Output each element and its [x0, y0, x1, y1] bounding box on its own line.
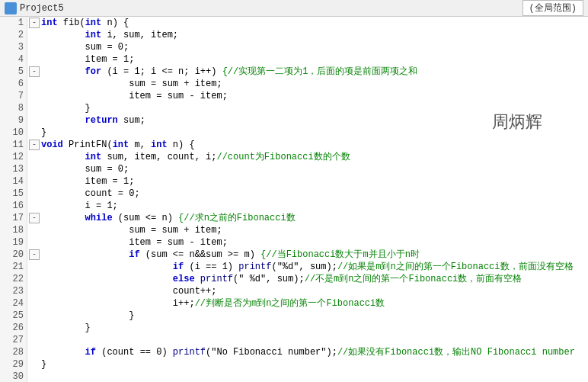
code-line: sum = 0;	[29, 41, 588, 53]
indent-space	[41, 200, 85, 212]
code-token-kw: int	[41, 17, 58, 29]
line-number: 30	[0, 371, 24, 382]
line-numbers: 1234567891011121314151617181920212223242…	[0, 17, 27, 382]
indent-space	[41, 66, 85, 78]
fold-button[interactable]: -	[29, 66, 40, 77]
code-token-normal: (sum <= n&&sum >= m)	[140, 249, 260, 261]
code-token-cm: //count为Fibonacci数的个数	[216, 151, 350, 163]
code-line: -int fib(int n) {	[29, 17, 588, 29]
code-token-normal: PrintFN(	[63, 139, 113, 151]
code-line: }	[29, 310, 588, 322]
code-token-normal: (sum <= n)	[113, 212, 178, 224]
code-token-normal: fib(	[58, 17, 85, 29]
line-number: 29	[0, 358, 24, 371]
indent-space	[41, 236, 129, 249]
code-token-normal: (i = 1; i <= n; i++)	[101, 66, 222, 78]
fold-button[interactable]: -	[29, 249, 40, 260]
code-token-normal: sum = sum + item;	[129, 78, 222, 90]
line-number: 16	[0, 200, 24, 212]
code-line: }	[29, 322, 588, 334]
code-token-normal: }	[129, 310, 134, 322]
code-token-kw: if	[129, 249, 139, 261]
code-line: count = 0;	[29, 188, 588, 200]
indent-space	[41, 151, 85, 163]
line-number: 23	[0, 285, 24, 297]
code-token-kw: if	[85, 346, 96, 358]
indent-space	[41, 297, 173, 310]
code-token-normal: count++;	[173, 285, 217, 297]
line-number: 28	[0, 346, 24, 358]
code-line: int sum, item, count, i;//count为Fibonacc…	[29, 151, 588, 163]
line-number: 6	[0, 78, 24, 90]
indent-space	[41, 322, 85, 334]
code-token-normal: count = 0;	[85, 188, 140, 200]
code-token-normal: item = 1;	[85, 175, 135, 188]
line-number: 22	[0, 273, 24, 285]
line-number: 18	[0, 224, 24, 236]
code-line: count++;	[29, 285, 588, 297]
line-number: 15	[0, 188, 24, 200]
line-number: 27	[0, 334, 24, 346]
line-number: 3	[0, 41, 24, 53]
scope-label: (全局范围)	[522, 0, 583, 16]
code-content[interactable]: -int fib(int n) { int i, sum, item; sum …	[27, 17, 588, 382]
code-token-normal: sum = 0;	[85, 41, 129, 53]
code-token-kw: return	[85, 114, 118, 127]
line-number: 10	[0, 127, 24, 139]
code-token-normal: i = 1;	[85, 200, 118, 212]
code-line: if (count == 0) printf("No Fibonacci num…	[29, 346, 588, 358]
fold-button[interactable]: -	[29, 213, 40, 223]
project-name: Project5	[20, 3, 64, 14]
fold-button[interactable]: -	[29, 18, 40, 28]
code-line: else printf(" %d", sum);//不是m到n之间的第一个Fib…	[29, 273, 588, 285]
code-line: sum = 0;	[29, 163, 588, 175]
code-token-normal: }	[85, 102, 91, 114]
line-number: 19	[0, 236, 24, 249]
line-number: 1	[0, 17, 24, 29]
code-line: i++;//判断是否为m到n之间的第一个Fibonacci数	[29, 297, 588, 310]
code-line: - while (sum <= n) {//求n之前的Fibonacci数	[29, 212, 588, 224]
line-number: 12	[0, 151, 24, 163]
indent-space	[41, 90, 129, 102]
indent-space	[41, 273, 173, 285]
code-line: - for (i = 1; i <= n; i++) {//实现第一二项为1，后…	[29, 66, 588, 78]
code-token-kw: int	[113, 139, 129, 151]
code-line	[29, 334, 588, 346]
code-line	[29, 371, 588, 382]
line-number: 8	[0, 102, 24, 114]
code-line: item = sum - item;	[29, 90, 588, 102]
line-number: 20	[0, 249, 24, 261]
fold-button[interactable]: -	[29, 140, 40, 150]
code-line: i = 1;	[29, 200, 588, 212]
code-token-fn: printf	[238, 261, 271, 273]
indent-space	[41, 41, 85, 53]
project-icon	[5, 2, 17, 14]
code-line: item = sum - item;	[29, 236, 588, 249]
indent-space	[41, 261, 173, 273]
code-token-normal: }	[85, 322, 91, 334]
code-token-normal: }	[41, 358, 46, 371]
line-number: 25	[0, 310, 24, 322]
indent-space	[41, 285, 173, 297]
indent-space	[41, 114, 85, 127]
code-token-normal: item = 1;	[85, 53, 135, 66]
line-number: 5	[0, 66, 24, 78]
code-token-normal: n) {	[101, 17, 129, 29]
code-line: }	[29, 358, 588, 371]
code-token-normal: item = sum - item;	[129, 90, 228, 102]
indent-space	[41, 163, 85, 175]
indent-space	[41, 29, 85, 41]
line-number: 7	[0, 90, 24, 102]
code-token-cm: //判断是否为m到n之间的第一个Fibonacci数	[195, 297, 385, 310]
code-token-normal: }	[41, 127, 46, 139]
code-line: -void PrintFN(int m, int n) {	[29, 139, 588, 151]
code-token-normal: i++;	[173, 297, 195, 310]
line-number: 24	[0, 297, 24, 310]
code-token-kw: int	[85, 151, 102, 163]
code-token-normal: ("No Fibonacci number");	[206, 346, 337, 358]
indent-space	[41, 310, 129, 322]
code-token-normal: sum = sum + item;	[129, 224, 222, 236]
code-line: sum = sum + item;	[29, 224, 588, 236]
code-token-kw: for	[85, 66, 102, 78]
code-token-kw: if	[173, 261, 184, 273]
